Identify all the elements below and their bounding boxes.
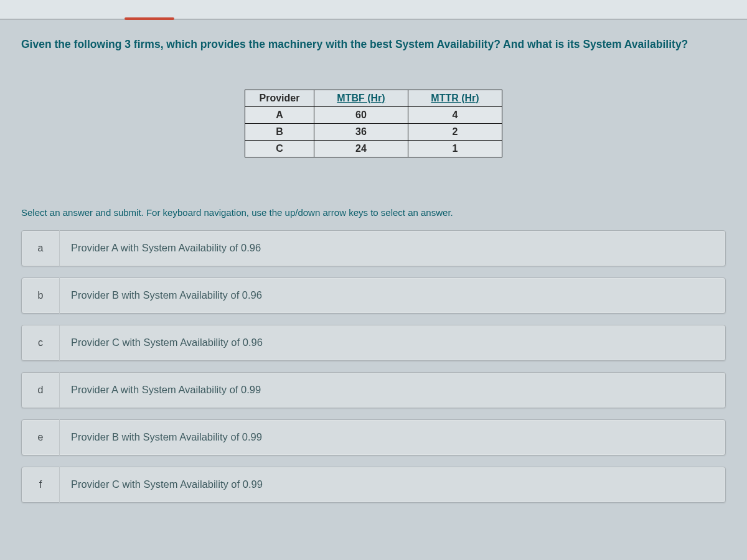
cell-provider: B — [245, 123, 314, 140]
cell-provider: A — [245, 106, 314, 123]
question-content: Given the following 3 firms, which provi… — [0, 20, 747, 503]
question-text: Given the following 3 firms, which provi… — [21, 37, 726, 52]
table-row: B 36 2 — [245, 123, 502, 140]
th-mtbf: MTBF (Hr) — [314, 90, 408, 106]
option-c[interactable]: c Provider C with System Availability of… — [21, 325, 726, 361]
option-key: b — [22, 278, 60, 314]
instruction-text: Select an answer and submit. For keyboar… — [21, 207, 726, 218]
table-row: C 24 1 — [245, 140, 502, 157]
option-text: Provider A with System Availability of 0… — [60, 242, 261, 254]
cell-mtbf: 60 — [314, 106, 408, 123]
table-header-row: Provider MTBF (Hr) MTTR (Hr) — [245, 90, 502, 106]
option-key: a — [22, 230, 60, 266]
answer-options: a Provider A with System Availability of… — [21, 230, 726, 503]
th-provider: Provider — [245, 90, 314, 106]
option-e[interactable]: e Provider B with System Availability of… — [21, 419, 726, 455]
option-key: f — [22, 467, 60, 503]
option-f[interactable]: f Provider C with System Availability of… — [21, 467, 726, 503]
cell-mtbf: 24 — [314, 140, 408, 157]
data-table-wrap: Provider MTBF (Hr) MTTR (Hr) A 60 4 B 36… — [21, 90, 726, 157]
option-text: Provider B with System Availability of 0… — [60, 431, 262, 443]
cell-mttr: 1 — [408, 140, 502, 157]
cell-mtbf: 36 — [314, 123, 408, 140]
option-text: Provider C with System Availability of 0… — [60, 337, 263, 348]
provider-table: Provider MTBF (Hr) MTTR (Hr) A 60 4 B 36… — [245, 90, 502, 157]
th-mttr: MTTR (Hr) — [408, 90, 502, 106]
option-text: Provider B with System Availability of 0… — [60, 289, 262, 301]
option-d[interactable]: d Provider A with System Availability of… — [21, 372, 726, 408]
option-key: d — [22, 372, 60, 408]
option-text: Provider A with System Availability of 0… — [60, 384, 261, 396]
cell-mttr: 2 — [408, 123, 502, 140]
option-a[interactable]: a Provider A with System Availability of… — [21, 230, 726, 266]
option-b[interactable]: b Provider B with System Availability of… — [21, 278, 726, 314]
top-strip — [0, 0, 747, 20]
table-row: A 60 4 — [245, 106, 502, 123]
option-key: e — [22, 419, 60, 455]
cell-provider: C — [245, 140, 314, 157]
option-text: Provider C with System Availability of 0… — [60, 478, 263, 490]
option-key: c — [22, 325, 60, 361]
cell-mttr: 4 — [408, 106, 502, 123]
